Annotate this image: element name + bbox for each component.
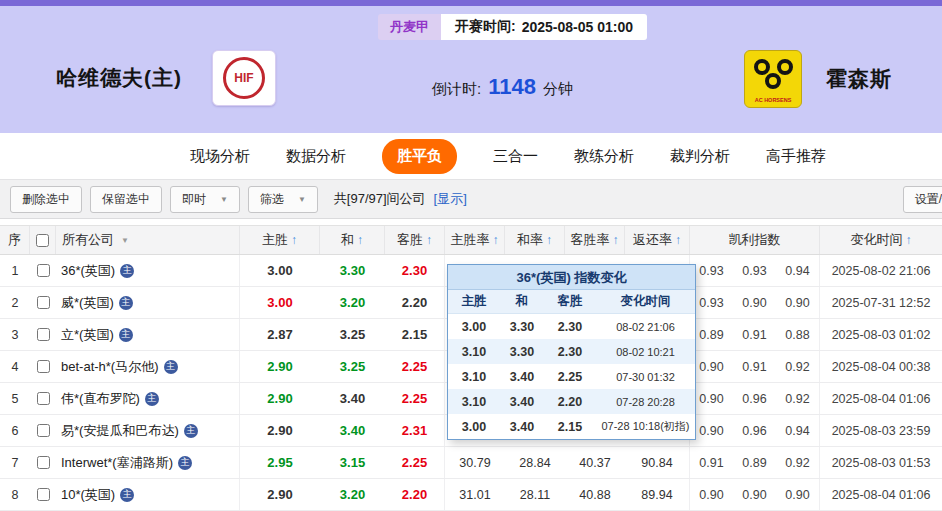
select-all-checkbox[interactable]	[36, 234, 49, 247]
away-odds[interactable]: 2.25	[385, 447, 445, 478]
row-checkbox[interactable]	[37, 360, 50, 373]
kelly-home: 0.93	[690, 255, 733, 286]
company-detail-icon[interactable]: 主	[120, 488, 134, 502]
row-seq: 7	[0, 447, 30, 478]
row-checkbox[interactable]	[37, 328, 50, 341]
draw-odds[interactable]: 3.15	[320, 447, 385, 478]
col-draw-rate[interactable]: 和率 ↑	[505, 226, 565, 254]
draw-odds[interactable]: 3.25	[320, 319, 385, 350]
row-checkbox[interactable]	[37, 488, 50, 501]
away-odds[interactable]: 2.31	[385, 415, 445, 446]
col-return-rate[interactable]: 返还率 ↑	[625, 226, 690, 254]
company-detail-icon[interactable]: 主	[120, 264, 134, 278]
company-cell[interactable]: 36*(英国) 主	[56, 255, 240, 286]
col-company[interactable]: 所有公司 ▼	[56, 226, 240, 254]
tab-win-draw-loss[interactable]: 胜平负	[382, 139, 457, 174]
tab-referee-analysis[interactable]: 裁判分析	[670, 147, 730, 166]
company-detail-icon[interactable]: 主	[184, 424, 198, 438]
draw-odds[interactable]: 3.20	[320, 287, 385, 318]
chevron-down-icon: ▼	[298, 195, 306, 204]
tab-three-in-one[interactable]: 三合一	[493, 147, 538, 166]
home-odds[interactable]: 3.00	[240, 255, 320, 286]
instant-dropdown-label: 即时	[182, 191, 206, 208]
company-cell[interactable]: 立*(英国) 主	[56, 319, 240, 350]
home-odds[interactable]: 2.90	[240, 383, 320, 414]
company-detail-icon[interactable]: 主	[119, 296, 133, 310]
col-away-odds[interactable]: 客胜 ↑	[385, 226, 445, 254]
company-cell[interactable]: bet-at-h*(马尔他) 主	[56, 351, 240, 382]
company-detail-icon[interactable]: 主	[178, 456, 192, 470]
row-select-cell	[30, 255, 56, 286]
company-detail-icon[interactable]: 主	[145, 392, 159, 406]
draw-odds[interactable]: 3.25	[320, 351, 385, 382]
company-cell[interactable]: Interwet*(塞浦路斯) 主	[56, 447, 240, 478]
row-seq: 8	[0, 479, 30, 510]
company-cell[interactable]: 易*(安提瓜和巴布达) 主	[56, 415, 240, 446]
away-odds[interactable]: 2.20	[385, 287, 445, 318]
match-header: 丹麦甲 开赛时间: 2025-08-05 01:00 哈维德夫(主) HIF 倒…	[0, 6, 942, 133]
draw-odds[interactable]: 3.20	[320, 479, 385, 510]
home-odds[interactable]: 2.90	[240, 415, 320, 446]
col-home-rate[interactable]: 主胜率 ↑	[445, 226, 505, 254]
company-name[interactable]: 威*(英国)	[61, 294, 114, 312]
home-odds[interactable]: 2.90	[240, 351, 320, 382]
away-odds[interactable]: 2.25	[385, 383, 445, 414]
company-name[interactable]: bet-at-h*(马尔他)	[61, 358, 159, 376]
company-name[interactable]: 易*(安提瓜和巴布达)	[61, 422, 179, 440]
draw-odds[interactable]: 3.30	[320, 255, 385, 286]
company-name[interactable]: 36*(英国)	[61, 262, 115, 280]
col-home-odds[interactable]: 主胜 ↑	[240, 226, 320, 254]
row-checkbox[interactable]	[37, 296, 50, 309]
tab-coach-analysis[interactable]: 教练分析	[574, 147, 634, 166]
sort-asc-icon: ↑	[546, 233, 552, 247]
kelly-home: 0.89	[690, 319, 733, 350]
row-checkbox[interactable]	[37, 392, 50, 405]
popup-header: 主胜 和 客胜 变化时间	[448, 290, 695, 314]
company-cell[interactable]: 威*(英国) 主	[56, 287, 240, 318]
away-odds[interactable]: 2.15	[385, 319, 445, 350]
col-draw-odds[interactable]: 和 ↑	[320, 226, 385, 254]
home-odds[interactable]: 2.87	[240, 319, 320, 350]
draw-odds[interactable]: 3.40	[320, 383, 385, 414]
kelly-home: 0.90	[690, 383, 733, 414]
instant-dropdown[interactable]: 即时 ▼	[170, 186, 240, 213]
company-name[interactable]: Interwet*(塞浦路斯)	[61, 454, 173, 472]
company-detail-icon[interactable]: 主	[164, 360, 178, 374]
col-away-rate[interactable]: 客胜率 ↑	[565, 226, 625, 254]
home-odds[interactable]: 2.95	[240, 447, 320, 478]
nav-tabs: 现场分析数据分析胜平负三合一教练分析裁判分析高手推荐	[0, 133, 942, 179]
company-name[interactable]: 立*(英国)	[61, 326, 114, 344]
company-cell[interactable]: 10*(英国) 主	[56, 479, 240, 510]
sort-asc-icon: ↑	[906, 233, 912, 247]
row-seq: 1	[0, 255, 30, 286]
away-odds[interactable]: 2.25	[385, 351, 445, 382]
row-checkbox[interactable]	[37, 456, 50, 469]
row-seq: 6	[0, 415, 30, 446]
keep-selected-button[interactable]: 保留选中	[90, 186, 162, 213]
popup-draw-odds: 3.40	[500, 370, 544, 384]
change-time: 2025-08-02 21:06	[820, 255, 942, 286]
settings-button[interactable]: 设置/选择	[903, 186, 942, 213]
kelly-draw: 0.96	[733, 383, 776, 414]
league-badge[interactable]: 丹麦甲	[378, 14, 441, 40]
popup-title: 36*(英国) 指数变化	[448, 265, 695, 290]
company-name[interactable]: 伟*(直布罗陀)	[61, 390, 140, 408]
company-detail-icon[interactable]: 主	[119, 328, 133, 342]
show-link[interactable]: [显示]	[434, 190, 467, 208]
home-odds[interactable]: 2.90	[240, 479, 320, 510]
delete-selected-button[interactable]: 删除选中	[10, 186, 82, 213]
row-checkbox[interactable]	[37, 424, 50, 437]
away-odds[interactable]: 2.20	[385, 479, 445, 510]
col-home-odds-label: 主胜	[262, 231, 288, 249]
draw-odds[interactable]: 3.40	[320, 415, 385, 446]
tab-data-analysis[interactable]: 数据分析	[286, 147, 346, 166]
tab-live-analysis[interactable]: 现场分析	[190, 147, 250, 166]
home-odds[interactable]: 3.00	[240, 287, 320, 318]
row-checkbox[interactable]	[37, 264, 50, 277]
company-name[interactable]: 10*(英国)	[61, 486, 115, 504]
col-change-time[interactable]: 变化时间 ↑	[820, 226, 942, 254]
filter-dropdown[interactable]: 筛选 ▼	[248, 186, 318, 213]
away-odds[interactable]: 2.30	[385, 255, 445, 286]
tab-expert-picks[interactable]: 高手推荐	[766, 147, 826, 166]
company-cell[interactable]: 伟*(直布罗陀) 主	[56, 383, 240, 414]
